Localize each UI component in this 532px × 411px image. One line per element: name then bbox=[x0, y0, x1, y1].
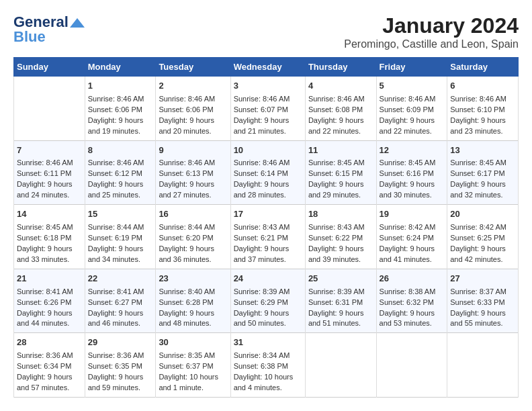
logo-blue: Blue bbox=[13, 28, 46, 46]
day-number: 22 bbox=[88, 273, 153, 285]
cell-line-3: and 1 minute. bbox=[159, 383, 227, 394]
header: General Blue January 2024 Peromingo, Cas… bbox=[13, 13, 519, 50]
cell-line-3: and 57 minutes. bbox=[17, 383, 82, 394]
day-number: 3 bbox=[234, 80, 302, 93]
cell-line-3: and 37 minutes. bbox=[234, 255, 302, 265]
cell-5-6 bbox=[376, 333, 447, 398]
day-number: 5 bbox=[380, 80, 445, 93]
cell-line-3: and 20 minutes. bbox=[159, 126, 227, 137]
cell-line-2: Daylight: 9 hours bbox=[380, 116, 445, 126]
cell-line-0: Sunrise: 8:35 AM bbox=[159, 351, 227, 361]
cell-5-4: 31Sunrise: 8:34 AMSunset: 6:38 PMDayligh… bbox=[230, 333, 305, 398]
col-header-tuesday: Tuesday bbox=[156, 58, 230, 77]
cell-5-3: 30Sunrise: 8:35 AMSunset: 6:37 PMDayligh… bbox=[156, 333, 230, 398]
day-number: 31 bbox=[234, 336, 302, 349]
day-number: 15 bbox=[88, 208, 153, 221]
cell-line-2: Daylight: 9 hours bbox=[88, 308, 153, 319]
day-number: 21 bbox=[17, 273, 82, 285]
cell-line-2: Daylight: 9 hours bbox=[159, 244, 227, 255]
cell-line-2: Daylight: 9 hours bbox=[234, 116, 302, 126]
logo-icon bbox=[70, 18, 85, 28]
cell-3-5: 18Sunrise: 8:43 AMSunset: 6:22 PMDayligh… bbox=[305, 205, 376, 269]
day-number: 8 bbox=[88, 144, 153, 157]
cell-5-1: 28Sunrise: 8:36 AMSunset: 6:34 PMDayligh… bbox=[14, 333, 85, 398]
cell-line-3: and 39 minutes. bbox=[308, 255, 373, 265]
cell-4-1: 21Sunrise: 8:41 AMSunset: 6:26 PMDayligh… bbox=[14, 269, 85, 333]
day-number: 10 bbox=[234, 144, 302, 157]
cell-4-6: 26Sunrise: 8:38 AMSunset: 6:32 PMDayligh… bbox=[376, 269, 447, 333]
cell-5-7 bbox=[447, 333, 519, 398]
cell-line-0: Sunrise: 8:43 AM bbox=[234, 222, 302, 233]
cell-line-3: and 25 minutes. bbox=[88, 190, 153, 201]
cell-3-3: 16Sunrise: 8:44 AMSunset: 6:20 PMDayligh… bbox=[156, 205, 230, 269]
cell-line-1: Sunset: 6:35 PM bbox=[88, 361, 153, 372]
week-row-4: 21Sunrise: 8:41 AMSunset: 6:26 PMDayligh… bbox=[14, 269, 519, 333]
cell-line-0: Sunrise: 8:45 AM bbox=[380, 158, 445, 169]
day-number: 19 bbox=[380, 208, 445, 221]
cell-line-1: Sunset: 6:25 PM bbox=[450, 233, 515, 244]
day-number: 24 bbox=[234, 273, 302, 285]
cell-line-1: Sunset: 6:08 PM bbox=[308, 105, 373, 116]
cell-line-1: Sunset: 6:38 PM bbox=[234, 361, 302, 372]
day-number: 17 bbox=[234, 208, 302, 221]
week-row-3: 14Sunrise: 8:45 AMSunset: 6:18 PMDayligh… bbox=[14, 205, 519, 269]
cell-line-1: Sunset: 6:06 PM bbox=[159, 105, 227, 116]
cell-line-3: and 34 minutes. bbox=[88, 255, 153, 265]
cell-line-2: Daylight: 9 hours bbox=[308, 244, 373, 255]
cell-line-2: Daylight: 9 hours bbox=[380, 308, 445, 319]
day-number: 9 bbox=[159, 144, 227, 157]
cell-3-6: 19Sunrise: 8:42 AMSunset: 6:24 PMDayligh… bbox=[376, 205, 447, 269]
cell-line-1: Sunset: 6:21 PM bbox=[234, 233, 302, 244]
cell-line-2: Daylight: 9 hours bbox=[450, 308, 515, 319]
cell-line-2: Daylight: 9 hours bbox=[17, 179, 82, 190]
cell-line-2: Daylight: 9 hours bbox=[88, 372, 153, 383]
cell-line-3: and 46 minutes. bbox=[88, 318, 153, 329]
svg-marker-0 bbox=[70, 18, 85, 28]
cell-line-3: and 55 minutes. bbox=[450, 318, 515, 329]
cell-line-2: Daylight: 10 hours bbox=[234, 372, 302, 383]
col-header-monday: Monday bbox=[85, 58, 156, 77]
cell-line-3: and 44 minutes. bbox=[17, 318, 82, 329]
cell-line-0: Sunrise: 8:46 AM bbox=[159, 94, 227, 105]
cell-4-2: 22Sunrise: 8:41 AMSunset: 6:27 PMDayligh… bbox=[85, 269, 156, 333]
cell-line-1: Sunset: 6:20 PM bbox=[159, 233, 227, 244]
cell-line-0: Sunrise: 8:36 AM bbox=[17, 351, 82, 361]
cell-line-3: and 59 minutes. bbox=[88, 383, 153, 394]
day-number: 12 bbox=[380, 144, 445, 157]
cell-line-1: Sunset: 6:18 PM bbox=[17, 233, 82, 244]
col-header-thursday: Thursday bbox=[305, 58, 376, 77]
calendar-table: SundayMondayTuesdayWednesdayThursdayFrid… bbox=[13, 57, 519, 398]
col-header-friday: Friday bbox=[376, 58, 447, 77]
cell-line-3: and 28 minutes. bbox=[234, 190, 302, 201]
cell-line-2: Daylight: 9 hours bbox=[308, 179, 373, 190]
cell-4-3: 23Sunrise: 8:40 AMSunset: 6:28 PMDayligh… bbox=[156, 269, 230, 333]
day-number: 16 bbox=[159, 208, 227, 221]
cell-1-2: 1Sunrise: 8:46 AMSunset: 6:06 PMDaylight… bbox=[85, 77, 156, 141]
cell-line-2: Daylight: 10 hours bbox=[159, 372, 227, 383]
cell-2-1: 7Sunrise: 8:46 AMSunset: 6:11 PMDaylight… bbox=[14, 140, 85, 205]
title-area: January 2024 Peromingo, Castille and Leo… bbox=[344, 13, 519, 50]
cell-line-2: Daylight: 9 hours bbox=[17, 372, 82, 383]
cell-1-3: 2Sunrise: 8:46 AMSunset: 6:06 PMDaylight… bbox=[156, 77, 230, 141]
cell-line-3: and 23 minutes. bbox=[450, 126, 515, 137]
cell-line-0: Sunrise: 8:46 AM bbox=[450, 94, 515, 105]
cell-2-6: 12Sunrise: 8:45 AMSunset: 6:16 PMDayligh… bbox=[376, 140, 447, 205]
cell-line-1: Sunset: 6:11 PM bbox=[17, 169, 82, 179]
cell-1-4: 3Sunrise: 8:46 AMSunset: 6:07 PMDaylight… bbox=[230, 77, 305, 141]
day-number: 23 bbox=[159, 273, 227, 285]
cell-line-2: Daylight: 9 hours bbox=[450, 244, 515, 255]
day-number: 13 bbox=[450, 144, 515, 157]
cell-2-5: 11Sunrise: 8:45 AMSunset: 6:15 PMDayligh… bbox=[305, 140, 376, 205]
cell-2-2: 8Sunrise: 8:46 AMSunset: 6:12 PMDaylight… bbox=[85, 140, 156, 205]
cell-line-0: Sunrise: 8:46 AM bbox=[88, 94, 153, 105]
cell-line-2: Daylight: 9 hours bbox=[308, 116, 373, 126]
cell-line-3: and 24 minutes. bbox=[17, 190, 82, 201]
logo: General Blue bbox=[13, 13, 85, 46]
cell-line-1: Sunset: 6:16 PM bbox=[380, 169, 445, 179]
cell-line-2: Daylight: 9 hours bbox=[308, 308, 373, 319]
cell-line-1: Sunset: 6:06 PM bbox=[88, 105, 153, 116]
col-header-saturday: Saturday bbox=[447, 58, 519, 77]
day-number: 7 bbox=[17, 144, 82, 157]
cell-line-2: Daylight: 9 hours bbox=[159, 308, 227, 319]
cell-line-3: and 33 minutes. bbox=[17, 255, 82, 265]
